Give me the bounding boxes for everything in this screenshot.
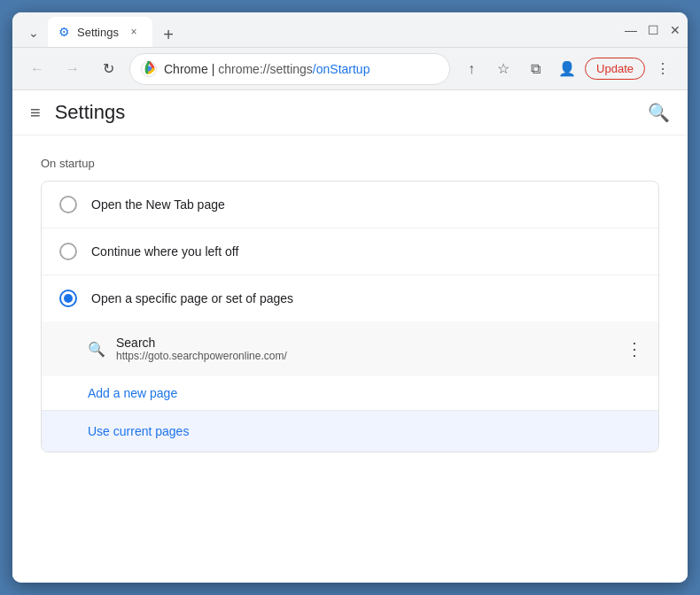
radio-circle-specific [59, 290, 77, 307]
radio-label-specific: Open a specific page or set of pages [91, 291, 293, 305]
address-domain: chrome://settings [218, 62, 313, 76]
startup-entries: 🔍 Search https://goto.searchpoweronline.… [42, 321, 658, 376]
tabs-area: ⌄ ⚙ Settings × + [19, 12, 618, 47]
back-button[interactable]: ← [23, 55, 51, 83]
extensions-icon[interactable]: ⧉ [521, 55, 549, 83]
page-content: ≡ Settings 🔍 On startup Open the New Tab… [12, 90, 688, 583]
entry-name: Search [116, 336, 615, 350]
radio-label-new-tab: Open the New Tab page [91, 197, 225, 212]
radio-option-new-tab[interactable]: Open the New Tab page [42, 182, 658, 228]
reload-button[interactable]: ↻ [94, 55, 122, 83]
section-title: On startup [41, 157, 659, 170]
search-icon[interactable]: 🔍 [648, 102, 670, 123]
radio-dot-specific [64, 294, 73, 303]
address-text: Chrome | chrome://settings/onStartup [164, 62, 439, 76]
add-new-page-section: Add a new page [42, 376, 658, 410]
profile-icon[interactable]: 👤 [553, 55, 581, 83]
page-title: Settings [55, 101, 126, 124]
address-bar[interactable]: Chrome | chrome://settings/onStartup [129, 53, 450, 85]
radio-circle-new-tab [59, 196, 77, 213]
new-tab-button[interactable]: + [156, 22, 181, 47]
window-controls: — ☐ ✕ [625, 23, 681, 37]
radio-circle-continue [59, 243, 77, 260]
menu-icon[interactable]: ≡ [30, 103, 41, 123]
add-new-page-button[interactable]: Add a new page [88, 386, 177, 400]
settings-tab[interactable]: ⚙ Settings × [48, 17, 152, 47]
startup-entry: 🔍 Search https://goto.searchpoweronline.… [88, 328, 644, 369]
settings-body: On startup Open the New Tab page Continu… [12, 135, 688, 474]
startup-options-card: Open the New Tab page Continue where you… [41, 181, 659, 452]
use-current-pages-section: Use current pages [42, 410, 658, 452]
bookmark-icon[interactable]: ☆ [489, 55, 517, 83]
entry-url: https://goto.searchpoweronline.com/ [116, 350, 615, 362]
maximize-button[interactable]: ☐ [648, 23, 659, 37]
entry-more-icon[interactable]: ⋮ [626, 338, 644, 359]
tab-list-chevron[interactable]: ⌄ [19, 19, 48, 47]
nav-icons-right: ↑ ☆ ⧉ 👤 Update ⋮ [457, 55, 677, 83]
entry-info: Search https://goto.searchpoweronline.co… [116, 336, 615, 362]
settings-header: ≡ Settings 🔍 [12, 90, 688, 135]
radio-label-continue: Continue where you left off [91, 244, 238, 259]
close-button[interactable]: ✕ [670, 23, 681, 37]
radio-option-specific[interactable]: Open a specific page or set of pages [42, 275, 658, 321]
forward-button[interactable]: → [58, 55, 87, 83]
chrome-logo-icon [141, 61, 157, 77]
minimize-button[interactable]: — [625, 23, 637, 37]
tab-close-button[interactable]: × [126, 24, 142, 40]
title-bar: ⌄ ⚙ Settings × + — ☐ ✕ [12, 12, 688, 48]
use-current-pages-button[interactable]: Use current pages [88, 424, 189, 438]
settings-tab-label: Settings [77, 26, 119, 39]
address-site-label: Chrome [164, 62, 208, 76]
more-icon[interactable]: ⋮ [649, 55, 677, 83]
update-button[interactable]: Update [585, 58, 645, 80]
nav-bar: ← → ↻ Chrome | chrome://settings/onStart… [12, 48, 688, 90]
settings-tab-icon: ⚙ [58, 25, 70, 39]
radio-option-continue[interactable]: Continue where you left off [42, 228, 658, 275]
address-path: /onStartup [313, 62, 370, 76]
share-icon[interactable]: ↑ [457, 55, 486, 83]
search-entry-icon: 🔍 [88, 341, 105, 358]
